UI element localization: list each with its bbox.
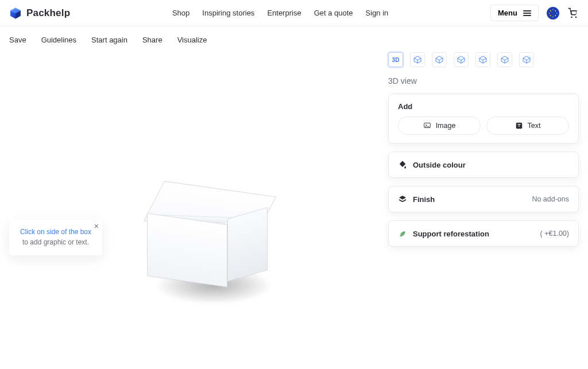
outside-colour-title: Outside colour [413,161,466,169]
svg-marker-11 [501,56,508,60]
app-header: Packhelp Shop Inspiring stories Enterpri… [0,0,588,26]
nav-stories[interactable]: Inspiring stories [202,9,254,17]
box-face-side[interactable] [227,207,268,282]
hint-rest: to add graphic or text. [22,238,89,246]
hint-popover: × Click on side of the box to add graphi… [9,220,102,255]
add-text-button[interactable]: Text [486,116,569,135]
nav-quote[interactable]: Get a quote [314,9,353,17]
cube-icon [457,55,466,64]
region-eu-icon[interactable] [547,7,559,20]
hamburger-icon [523,10,531,16]
brand: Packhelp [9,7,70,20]
text-icon [515,122,523,130]
view-bottom[interactable] [519,52,534,67]
add-image-button[interactable]: Image [398,116,481,135]
brand-logo-icon [9,7,22,20]
header-tools: Menu [490,5,579,21]
panel-outside-colour[interactable]: Outside colour [388,152,579,178]
panel-finish[interactable]: Finish No add-ons [388,186,579,212]
add-text-label: Text [528,122,541,130]
nav-signin[interactable]: Sign in [366,9,389,17]
view-top[interactable] [497,52,512,67]
paint-bucket-icon [398,160,407,169]
panel-add: Add Image Text [388,94,579,143]
menu-label: Menu [498,9,517,17]
cube-icon [435,55,444,64]
view-right[interactable] [475,52,490,67]
cube-icon [413,55,422,64]
reforestation-title: Support reforestation [413,230,489,238]
panel-add-title: Add [398,102,569,111]
toolbar-share[interactable]: Share [142,36,163,44]
brand-name: Packhelp [26,7,70,19]
view-3d-label: 3D [392,57,400,63]
cube-icon [500,55,509,64]
toolbar-start-again[interactable]: Start again [91,36,127,44]
svg-marker-5 [436,56,443,60]
main: × Click on side of the box to add graphi… [0,49,588,366]
nav-enterprise[interactable]: Enterprise [267,9,301,17]
view-3d[interactable]: 3D [388,52,403,67]
cube-icon [522,55,531,64]
right-panel: 3D 3D view Add [388,49,579,357]
finish-value: No add-ons [532,195,569,203]
cart-icon[interactable] [567,7,579,19]
top-nav: Shop Inspiring stories Enterprise Get a … [172,9,388,17]
svg-marker-3 [414,56,421,60]
editor-toolbar: Save Guidelines Start again Share Visual… [0,26,588,49]
hint-close-icon[interactable]: × [94,222,99,230]
toolbar-save[interactable]: Save [9,36,26,44]
nav-shop[interactable]: Shop [172,9,189,17]
add-image-label: Image [436,122,456,130]
view-toggle-row: 3D [388,49,579,67]
view-left[interactable] [454,52,469,67]
leaf-icon [398,229,407,238]
svg-marker-9 [479,56,486,60]
reforestation-value: ( +€1.00) [540,230,569,238]
hint-lead: Click on side of the box [20,228,91,236]
view-back[interactable] [432,52,447,67]
image-icon [423,122,431,130]
cube-icon [478,55,488,64]
view-section-title: 3D view [388,76,579,86]
panel-reforestation[interactable]: Support reforestation ( +€1.00) [388,220,579,247]
svg-marker-13 [523,56,530,60]
toolbar-visualize[interactable]: Visualize [177,36,207,44]
layers-icon [398,195,407,204]
svg-marker-7 [458,56,465,60]
product-3d-box[interactable] [147,184,268,305]
menu-button[interactable]: Menu [490,5,539,21]
design-canvas[interactable]: × Click on side of the box to add graphi… [9,49,378,357]
finish-title: Finish [413,195,435,204]
box-face-front[interactable] [147,213,227,288]
view-front[interactable] [410,52,425,67]
toolbar-guidelines[interactable]: Guidelines [41,36,76,44]
